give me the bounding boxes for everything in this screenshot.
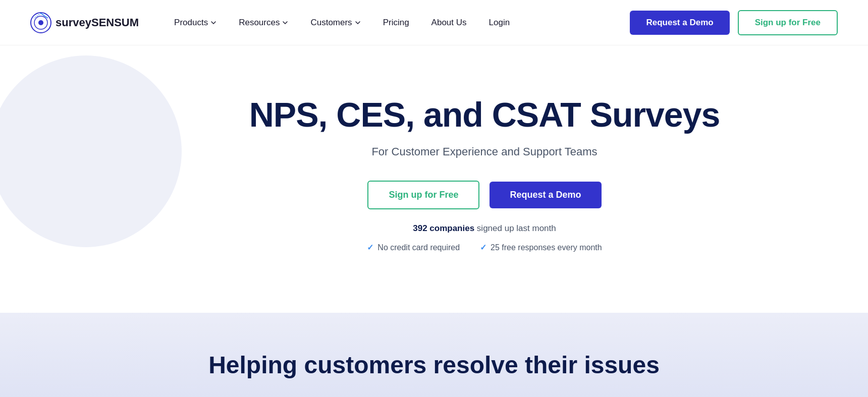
feature-free-responses: ✓ 25 free responses every month: [480, 243, 602, 252]
nav-pricing[interactable]: Pricing: [372, 14, 420, 32]
logo[interactable]: surveySENSUM: [30, 12, 139, 33]
nav-resources[interactable]: Resources: [228, 14, 299, 32]
hero-content: NPS, CES, and CSAT Surveys For Customer …: [30, 96, 838, 253]
hero-signup-button[interactable]: Sign up for Free: [367, 181, 479, 209]
hero-social-proof-suffix: signed up last month: [474, 223, 556, 233]
chevron-down-icon: [355, 20, 361, 26]
bottom-section: Helping customers resolve their issues: [0, 313, 868, 397]
navbar: surveySENSUM Products Resources Customer…: [0, 0, 868, 45]
nav-login[interactable]: Login: [478, 14, 521, 32]
chevron-down-icon: [210, 20, 216, 26]
nav-actions: Request a Demo Sign up for Free: [630, 10, 838, 35]
nav-customers[interactable]: Customers: [299, 14, 371, 32]
feature-no-credit-card: ✓ No credit card required: [367, 243, 460, 252]
logo-icon: [30, 12, 51, 33]
hero-subtitle: For Customer Experience and Support Team…: [371, 145, 597, 158]
svg-point-2: [38, 20, 43, 25]
hero-buttons: Sign up for Free Request a Demo: [367, 181, 601, 209]
hero-features: ✓ No credit card required ✓ 25 free resp…: [367, 243, 602, 252]
hero-companies-count: 392 companies: [413, 223, 474, 233]
nav-links: Products Resources Customers Pricing Abo…: [163, 14, 630, 32]
chevron-down-icon: [282, 20, 288, 26]
bottom-title: Helping customers resolve their issues: [208, 351, 660, 380]
hero-social-proof: 392 companies signed up last month: [413, 223, 556, 234]
logo-survey: survey: [56, 16, 91, 29]
feature-label-1: No credit card required: [377, 243, 460, 252]
nav-about[interactable]: About Us: [420, 14, 478, 32]
nav-request-demo-button[interactable]: Request a Demo: [630, 11, 729, 35]
nav-products[interactable]: Products: [163, 14, 228, 32]
logo-sensum: SENSUM: [91, 16, 139, 29]
check-icon-1: ✓: [367, 243, 373, 252]
nav-signup-button[interactable]: Sign up for Free: [738, 10, 838, 35]
feature-label-2: 25 free responses every month: [491, 243, 602, 252]
hero-title: NPS, CES, and CSAT Surveys: [249, 96, 720, 134]
check-icon-2: ✓: [480, 243, 486, 252]
hero-demo-button[interactable]: Request a Demo: [490, 182, 601, 208]
hero-section: NPS, CES, and CSAT Surveys For Customer …: [0, 45, 868, 313]
